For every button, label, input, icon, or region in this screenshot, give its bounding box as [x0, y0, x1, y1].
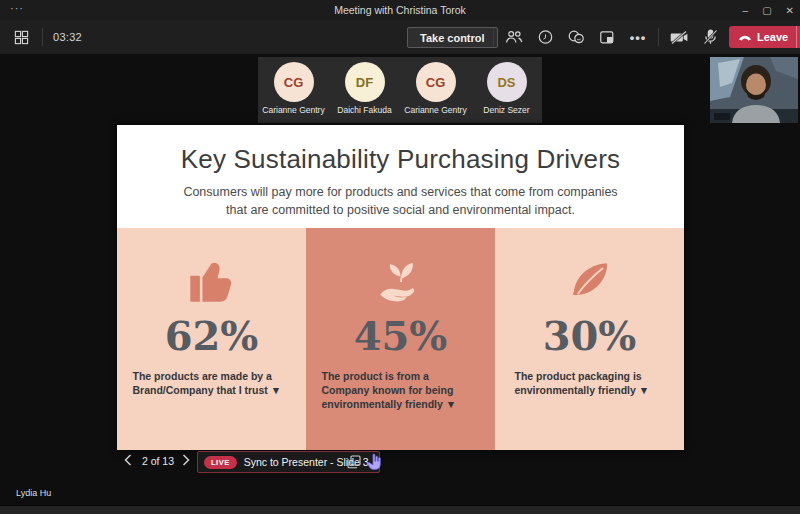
- self-video-thumbnail[interactable]: [710, 57, 798, 123]
- window-title: Meeting with Christina Torok: [0, 4, 800, 16]
- reactions-icon[interactable]: [565, 26, 587, 48]
- toolbar-divider: [493, 28, 494, 46]
- presenter-name: Lydia Hu: [16, 488, 51, 498]
- avatar: DF: [345, 62, 385, 102]
- meeting-stage: CG Carianne Gentry DF Daichi Fakuda CG C…: [0, 54, 800, 505]
- chevron-left-icon: [124, 454, 132, 466]
- driver-percent: 45%: [306, 312, 495, 359]
- participant-name: Deniz Sezer: [483, 105, 529, 115]
- more-icon[interactable]: •••: [627, 26, 649, 48]
- participant-tile[interactable]: DS Deniz Sezer: [471, 57, 542, 123]
- leaf-icon: [495, 252, 684, 310]
- driver-text: The products are made by a Brand/Company…: [133, 369, 291, 397]
- toolbar-left: 03:32: [10, 20, 82, 54]
- participant-tile[interactable]: CG Carianne Gentry: [400, 57, 471, 123]
- self-video-image: [710, 57, 798, 123]
- chat-icon[interactable]: [534, 26, 556, 48]
- slide-page-indicator: 2 of 13: [138, 455, 178, 467]
- driver-percent: 30%: [495, 312, 684, 359]
- slide-subtitle: Consumers will pay more for products and…: [175, 183, 627, 219]
- chevron-right-icon: [182, 454, 190, 466]
- driver-percent: 62%: [117, 312, 306, 359]
- breakout-rooms-icon[interactable]: [596, 26, 618, 48]
- toolbar-divider: [658, 28, 659, 46]
- participant-name: Carianne Gentry: [262, 105, 324, 115]
- toolbar-icons: ••• ↑: [493, 20, 752, 54]
- slide-title: Key Sustainability Purchasing Drivers: [117, 144, 684, 175]
- avatar: CG: [274, 62, 314, 102]
- phone-icon: [738, 33, 752, 41]
- close-button[interactable]: ✕: [786, 5, 794, 16]
- participant-tile[interactable]: DF Daichi Fakuda: [329, 57, 400, 123]
- avatar: CG: [416, 62, 456, 102]
- participant-name: Daichi Fakuda: [337, 105, 391, 115]
- thumbs-up-icon: [117, 252, 306, 310]
- slide-columns: 62% The products are made by a Brand/Com…: [117, 228, 684, 450]
- live-badge: LIVE: [204, 456, 237, 469]
- previous-slide-button[interactable]: [120, 452, 136, 468]
- maximize-button[interactable]: ▢: [762, 5, 771, 16]
- gallery-view-icon[interactable]: [10, 26, 32, 48]
- driver-column-packaging: 30% The product packaging is environment…: [495, 228, 684, 450]
- minimize-button[interactable]: –: [743, 5, 749, 16]
- participant-strip: CG Carianne Gentry DF Daichi Fakuda CG C…: [258, 57, 542, 123]
- participant-tile[interactable]: CG Carianne Gentry: [258, 57, 329, 123]
- participant-name: Carianne Gentry: [404, 105, 466, 115]
- take-control-button[interactable]: Take control: [407, 27, 498, 48]
- avatar: DS: [487, 62, 527, 102]
- driver-column-trust: 62% The products are made by a Brand/Com…: [117, 228, 306, 450]
- leave-button-group: Leave: [729, 26, 800, 48]
- bottom-strip: [0, 505, 800, 514]
- people-icon[interactable]: [503, 26, 525, 48]
- window-titlebar: ··· Meeting with Christina Torok – ▢ ✕: [0, 0, 800, 20]
- leave-button[interactable]: Leave: [729, 26, 796, 48]
- hand-seedling-icon: [306, 252, 495, 310]
- driver-text: The product is from a Company known for …: [322, 369, 480, 412]
- toolbar-divider: [42, 28, 43, 46]
- meeting-toolbar: 03:32 Take control •••: [0, 20, 800, 54]
- camera-off-icon[interactable]: [668, 26, 690, 48]
- pop-out-button[interactable]: [345, 453, 363, 471]
- window-controls: – ▢ ✕: [743, 0, 794, 20]
- driver-text: The product packaging is environmentally…: [515, 369, 665, 397]
- mouse-cursor-hand-icon: [367, 453, 383, 475]
- meeting-timer: 03:32: [53, 31, 82, 43]
- mic-off-icon[interactable]: [699, 26, 721, 48]
- leave-label: Leave: [757, 31, 788, 43]
- shared-slide: Key Sustainability Purchasing Drivers Co…: [117, 125, 684, 450]
- driver-column-company: 45% The product is from a Company known …: [306, 228, 495, 450]
- teams-meeting-window: ··· Meeting with Christina Torok – ▢ ✕ 0…: [0, 0, 800, 514]
- next-slide-button[interactable]: [178, 452, 194, 468]
- copy-icon: [347, 455, 361, 469]
